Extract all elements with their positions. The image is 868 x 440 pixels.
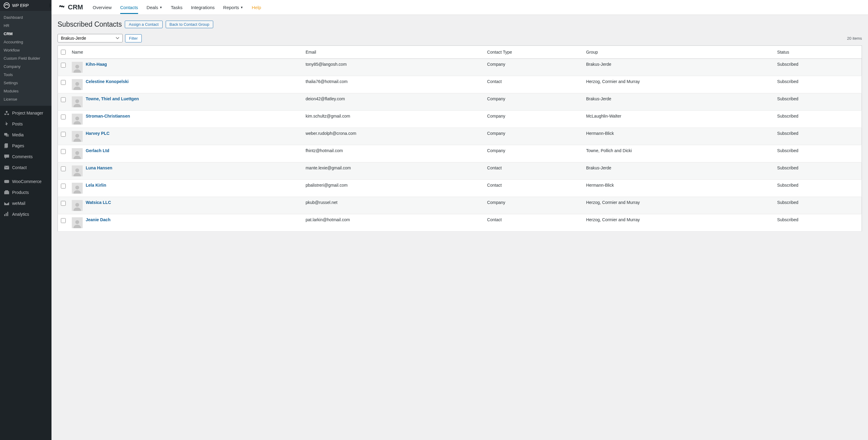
sidebar-submenu-item-dashboard[interactable]: Dashboard	[0, 13, 52, 22]
contact-name-link[interactable]: Celestine Konopelski	[86, 79, 129, 84]
row-checkbox[interactable]	[61, 184, 66, 188]
contact-name-link[interactable]: Luna Hansen	[86, 166, 112, 170]
sidebar-submenu-item-crm[interactable]: CRM	[0, 30, 52, 38]
sidebar-item-label: Comments	[12, 154, 33, 159]
contact-name-link[interactable]: Lela Kirlin	[86, 183, 106, 187]
group-filter-select[interactable]: Brakus-Jerde	[58, 34, 123, 42]
back-to-group-button[interactable]: Back to Contact Group	[166, 21, 214, 28]
nav-reports[interactable]: Reports ▼	[223, 1, 243, 14]
table-row: Lela Kirlinpbalistreri@gmail.comContactH…	[58, 180, 862, 197]
contact-name-link[interactable]: Harvey PLC	[86, 131, 110, 136]
col-name[interactable]: Name	[69, 46, 303, 59]
table-row: Celestine Konopelskithalia76@hotmail.com…	[58, 76, 862, 93]
row-checkbox[interactable]	[61, 149, 66, 154]
table-row: Kihn-Haagtony85@langosh.comCompanyBrakus…	[58, 59, 862, 76]
sidebar-item-label: WooCommerce	[12, 179, 41, 184]
cell-group: Herzog, Cormier and Murray	[583, 214, 774, 232]
contact-name-link[interactable]: Watsica LLC	[86, 200, 111, 205]
avatar	[72, 131, 83, 142]
cell-status: Subscribed	[774, 128, 862, 145]
svg-rect-7	[4, 144, 7, 148]
avatar	[72, 148, 83, 159]
sidebar-item-label: Posts	[12, 121, 23, 126]
svg-point-21	[75, 169, 79, 172]
cell-type: Company	[484, 93, 583, 111]
handshake-icon	[58, 3, 66, 11]
cell-status: Subscribed	[774, 163, 862, 180]
svg-point-23	[75, 203, 79, 207]
sidebar-submenu-item-modules[interactable]: Modules	[0, 87, 52, 95]
row-checkbox[interactable]	[61, 97, 66, 102]
select-all-checkbox[interactable]	[61, 50, 66, 55]
col-status[interactable]: Status	[774, 46, 862, 59]
table-row: Towne, Thiel and Luettgendeion42@flatley…	[58, 93, 862, 111]
nav-integrations[interactable]: Integrations	[191, 1, 214, 14]
contact-name-link[interactable]: Towne, Thiel and Luettgen	[86, 96, 139, 101]
crm-brand-label: CRM	[68, 3, 83, 11]
cell-email: deion42@flatley.com	[303, 93, 484, 111]
nav-tasks[interactable]: Tasks	[171, 1, 182, 14]
contacts-table: Name Email Contact Type Group Status Kih…	[58, 46, 862, 232]
sidebar-submenu-item-license[interactable]: License	[0, 95, 52, 103]
nav-deals[interactable]: Deals ▼	[147, 1, 162, 14]
nav-help[interactable]: Help	[252, 1, 261, 14]
cell-type: Contact	[484, 180, 583, 197]
row-checkbox[interactable]	[61, 218, 66, 223]
sidebar-item-wemail[interactable]: weMail	[0, 198, 52, 209]
sidebar-item-contact[interactable]: Contact	[0, 162, 52, 173]
contact-name-link[interactable]: Stroman-Christiansen	[86, 114, 130, 118]
sidebar-submenu-item-settings[interactable]: Settings	[0, 79, 52, 87]
page-icon	[4, 143, 10, 149]
sidebar-item-woocommerce[interactable]: WooCommerce	[0, 176, 52, 187]
contact-name-link[interactable]: Kihn-Haag	[86, 62, 107, 67]
sidebar-submenu-item-hr[interactable]: HR	[0, 22, 52, 30]
sidebar-item-comments[interactable]: Comments	[0, 151, 52, 162]
row-checkbox[interactable]	[61, 201, 66, 206]
nav-contacts[interactable]: Contacts	[120, 1, 138, 14]
sidebar-item-project-manager[interactable]: Project Manager	[0, 108, 52, 118]
table-row: Gerlach Ltdfhintz@hotmail.comCompanyTown…	[58, 145, 862, 163]
col-group[interactable]: Group	[583, 46, 774, 59]
row-checkbox[interactable]	[61, 166, 66, 171]
cell-email: pkub@russel.net	[303, 197, 484, 214]
contact-name-link[interactable]: Gerlach Ltd	[86, 148, 109, 153]
sidebar-item-pages[interactable]: Pages	[0, 140, 52, 151]
sidebar-item-products[interactable]: Products	[0, 187, 52, 198]
cell-email: tony85@langosh.com	[303, 59, 484, 76]
table-row: Luna Hansenmante.lexie@gmail.comContactB…	[58, 163, 862, 180]
sidebar-submenu-item-tools[interactable]: Tools	[0, 70, 52, 79]
pin-icon	[4, 121, 10, 127]
row-checkbox[interactable]	[61, 132, 66, 137]
assign-contact-button[interactable]: Assign a Contact	[125, 21, 162, 28]
svg-rect-5	[6, 134, 9, 137]
sidebar-submenu-item-workflow[interactable]: Workflow	[0, 46, 52, 54]
contact-name-link[interactable]: Jeanie Dach	[86, 217, 111, 222]
sidebar-item-label: Pages	[12, 143, 24, 148]
svg-point-16	[75, 82, 79, 86]
cell-group: Brakus-Jerde	[583, 59, 774, 76]
sidebar-item-posts[interactable]: Posts	[0, 118, 52, 129]
sidebar-submenu-item-company[interactable]: Company	[0, 62, 52, 70]
cell-type: Contact	[484, 214, 583, 232]
row-checkbox[interactable]	[61, 80, 66, 85]
sidebar-item-analytics[interactable]: Analytics	[0, 209, 52, 220]
col-email[interactable]: Email	[303, 46, 484, 59]
svg-rect-14	[7, 212, 8, 216]
sidebar-submenu-item-accounting[interactable]: Accounting	[0, 38, 52, 46]
sidebar-submenu-item-custom-field-builder[interactable]: Custom Field Builder	[0, 54, 52, 62]
svg-rect-9	[4, 180, 9, 183]
cell-status: Subscribed	[774, 180, 862, 197]
comment-icon	[4, 154, 10, 160]
sidebar-brand[interactable]: WP ERP	[0, 0, 52, 11]
cell-group: Herzog, Cormier and Murray	[583, 197, 774, 214]
cell-status: Subscribed	[774, 59, 862, 76]
row-checkbox[interactable]	[61, 63, 66, 67]
filter-button[interactable]: Filter	[125, 34, 142, 42]
sidebar-item-media[interactable]: Media	[0, 129, 52, 140]
row-checkbox[interactable]	[61, 115, 66, 119]
col-type[interactable]: Contact Type	[484, 46, 583, 59]
avatar	[72, 79, 83, 90]
chevron-down-icon: ▼	[240, 6, 243, 9]
nav-overview[interactable]: Overview	[93, 1, 112, 14]
topbar-nav: OverviewContactsDeals ▼TasksIntegrations…	[93, 0, 261, 14]
